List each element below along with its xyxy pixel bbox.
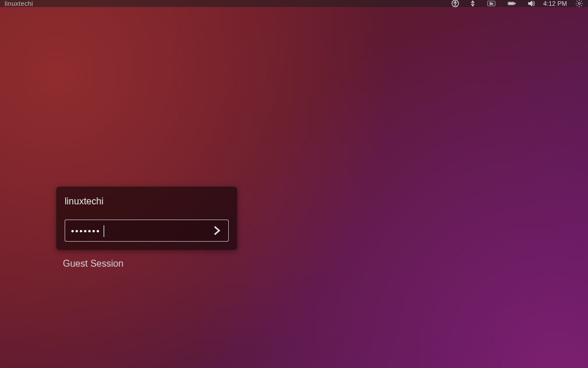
login-submit-button[interactable]	[205, 220, 228, 241]
password-input[interactable]	[65, 220, 205, 241]
settings-icon[interactable]	[573, 0, 586, 7]
battery-icon[interactable]	[504, 0, 520, 7]
language-indicator[interactable]: En	[484, 0, 499, 7]
svg-rect-4	[509, 3, 514, 5]
svg-point-1	[455, 1, 456, 2]
language-text: En	[490, 2, 494, 5]
password-field-wrap	[65, 220, 229, 242]
guest-session[interactable]: Guest Session	[63, 259, 123, 269]
login-card: linuxtechi	[56, 186, 238, 250]
sound-icon[interactable]	[525, 0, 537, 7]
accessibility-icon[interactable]	[449, 0, 462, 7]
wallpaper	[0, 0, 588, 368]
svg-point-6	[578, 2, 580, 5]
panel-title: linuxtechi	[5, 0, 33, 7]
clock[interactable]: 4:12 PM	[543, 0, 567, 7]
chevron-right-icon	[211, 225, 222, 236]
network-icon[interactable]	[466, 0, 479, 7]
svg-rect-5	[515, 3, 515, 4]
top-panel: linuxtechi En 4:12 PM	[0, 0, 588, 7]
selected-username[interactable]: linuxtechi	[65, 196, 229, 207]
text-caret	[104, 225, 104, 237]
